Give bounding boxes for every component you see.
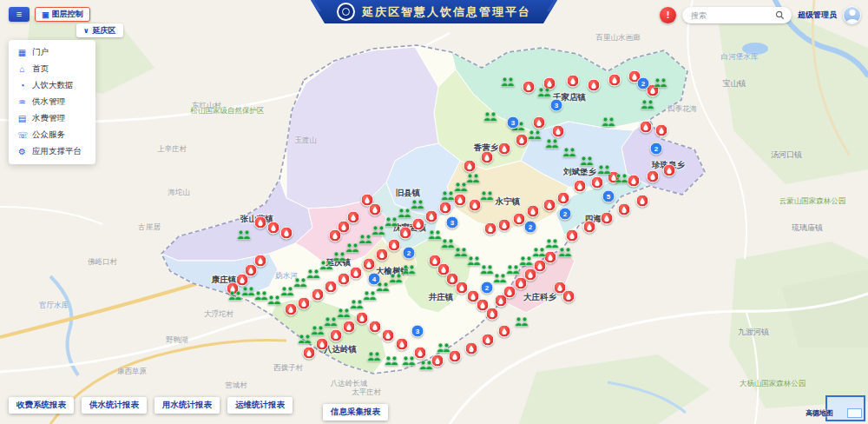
water-station-marker[interactable] bbox=[280, 227, 293, 240]
water-station-marker[interactable] bbox=[369, 203, 382, 216]
village-user-marker[interactable] bbox=[519, 256, 533, 268]
village-user-marker[interactable] bbox=[293, 278, 307, 289]
water-station-marker[interactable] bbox=[312, 288, 325, 301]
water-station-marker[interactable] bbox=[369, 321, 382, 334]
village-user-marker[interactable] bbox=[324, 317, 338, 328]
water-station-marker[interactable] bbox=[303, 347, 316, 360]
cluster-badge[interactable]: 2 bbox=[403, 247, 416, 260]
water-station-marker[interactable] bbox=[640, 121, 653, 134]
cluster-badge[interactable]: 2 bbox=[637, 77, 650, 90]
sidebar-item-bigdata[interactable]: ◔人饮大数据 bbox=[9, 77, 95, 94]
water-station-marker[interactable] bbox=[330, 329, 343, 342]
village-user-marker[interactable] bbox=[428, 230, 442, 242]
water-station-marker[interactable] bbox=[465, 342, 478, 355]
village-user-marker[interactable] bbox=[350, 300, 364, 311]
village-user-marker[interactable] bbox=[332, 252, 346, 263]
water-station-marker[interactable] bbox=[343, 321, 356, 334]
cluster-badge[interactable]: 2 bbox=[481, 282, 494, 295]
village-user-marker[interactable] bbox=[528, 130, 542, 142]
water-station-marker[interactable] bbox=[543, 199, 556, 212]
water-station-marker[interactable] bbox=[498, 142, 511, 156]
village-user-marker[interactable] bbox=[254, 291, 268, 302]
menu-toggle-button[interactable]: ≡ bbox=[9, 7, 30, 22]
village-user-marker[interactable] bbox=[580, 156, 594, 168]
sidebar-item-water-supply[interactable]: ♒供水管理 bbox=[9, 94, 95, 110]
village-user-marker[interactable] bbox=[515, 317, 529, 328]
village-user-marker[interactable] bbox=[483, 112, 497, 123]
village-user-marker[interactable] bbox=[345, 243, 359, 255]
village-user-marker[interactable] bbox=[311, 326, 325, 337]
cluster-badge[interactable]: 2 bbox=[559, 208, 572, 221]
water-station-marker[interactable] bbox=[363, 258, 376, 271]
report-button-4[interactable]: 信息采集报表 bbox=[323, 404, 388, 421]
water-station-marker[interactable] bbox=[382, 329, 395, 342]
village-user-marker[interactable] bbox=[419, 361, 433, 372]
water-station-marker[interactable] bbox=[267, 222, 280, 235]
water-station-marker[interactable] bbox=[486, 308, 499, 321]
water-station-marker[interactable] bbox=[523, 81, 536, 94]
sidebar-item-public-service[interactable]: ☏公众服务 bbox=[9, 127, 95, 143]
water-station-marker[interactable] bbox=[588, 79, 601, 92]
village-user-marker[interactable] bbox=[372, 226, 385, 237]
sidebar-item-home[interactable]: ⌂首页 bbox=[9, 61, 95, 77]
village-user-marker[interactable] bbox=[402, 356, 416, 368]
water-station-marker[interactable] bbox=[636, 195, 649, 208]
village-user-marker[interactable] bbox=[241, 287, 255, 298]
village-user-marker[interactable] bbox=[437, 343, 450, 354]
water-station-marker[interactable] bbox=[516, 134, 529, 147]
report-button-0[interactable]: 收费系统报表 bbox=[9, 397, 74, 414]
village-user-marker[interactable] bbox=[506, 265, 520, 276]
water-station-marker[interactable] bbox=[316, 338, 329, 351]
village-user-marker[interactable] bbox=[385, 356, 398, 368]
village-user-marker[interactable] bbox=[467, 256, 481, 268]
water-station-marker[interactable] bbox=[412, 218, 425, 231]
village-user-marker[interactable] bbox=[441, 191, 455, 202]
water-station-marker[interactable] bbox=[498, 219, 511, 232]
water-station-marker[interactable] bbox=[562, 290, 575, 303]
water-station-marker[interactable] bbox=[591, 176, 604, 189]
water-station-marker[interactable] bbox=[484, 222, 497, 235]
cluster-badge[interactable]: 5 bbox=[602, 190, 615, 203]
water-station-marker[interactable] bbox=[325, 281, 338, 294]
water-station-marker[interactable] bbox=[356, 312, 369, 325]
water-station-marker[interactable] bbox=[399, 227, 412, 240]
village-user-marker[interactable] bbox=[615, 174, 628, 185]
water-station-marker[interactable] bbox=[425, 210, 438, 223]
village-user-marker[interactable] bbox=[411, 200, 424, 211]
water-station-marker[interactable] bbox=[481, 151, 494, 164]
village-user-marker[interactable] bbox=[480, 191, 494, 202]
region-selector[interactable]: ∨ 延庆区 bbox=[76, 23, 123, 37]
village-user-marker[interactable] bbox=[545, 139, 559, 150]
water-station-marker[interactable] bbox=[254, 216, 267, 229]
cluster-badge[interactable]: 2 bbox=[650, 142, 663, 156]
village-user-marker[interactable] bbox=[298, 335, 312, 346]
water-station-marker[interactable] bbox=[388, 239, 401, 252]
water-station-marker[interactable] bbox=[567, 75, 580, 88]
sidebar-item-portal[interactable]: ▦门户 bbox=[9, 44, 95, 61]
water-station-marker[interactable] bbox=[574, 180, 587, 193]
water-station-marker[interactable] bbox=[583, 221, 596, 234]
map-canvas[interactable]: 千家店镇香营乡珍珠泉乡刘斌堡乡四海镇永宁镇旧县镇张山营镇延庆镇沈家营镇大榆树镇井… bbox=[0, 0, 868, 424]
water-station-marker[interactable] bbox=[655, 124, 668, 137]
water-station-marker[interactable] bbox=[647, 170, 660, 183]
village-user-marker[interactable] bbox=[319, 261, 333, 272]
village-user-marker[interactable] bbox=[385, 217, 398, 229]
village-user-marker[interactable] bbox=[398, 209, 411, 220]
water-station-marker[interactable] bbox=[557, 192, 570, 205]
water-station-marker[interactable] bbox=[338, 273, 351, 286]
village-user-marker[interactable] bbox=[454, 182, 468, 194]
village-user-marker[interactable] bbox=[597, 165, 611, 176]
cluster-badge[interactable]: 3 bbox=[507, 116, 520, 129]
village-user-marker[interactable] bbox=[501, 77, 515, 89]
cluster-badge[interactable]: 3 bbox=[411, 325, 424, 338]
sidebar-item-app-support[interactable]: ⚙应用支撑平台 bbox=[9, 143, 95, 160]
water-station-marker[interactable] bbox=[566, 229, 579, 242]
water-station-marker[interactable] bbox=[628, 175, 641, 188]
sidebar-item-water-fee[interactable]: ▤水费管理 bbox=[9, 110, 95, 127]
report-button-3[interactable]: 运维统计报表 bbox=[227, 397, 293, 414]
village-user-marker[interactable] bbox=[237, 230, 251, 242]
water-station-marker[interactable] bbox=[376, 248, 389, 262]
water-station-marker[interactable] bbox=[552, 125, 565, 138]
village-user-marker[interactable] bbox=[480, 265, 494, 276]
water-station-marker[interactable] bbox=[498, 325, 511, 338]
